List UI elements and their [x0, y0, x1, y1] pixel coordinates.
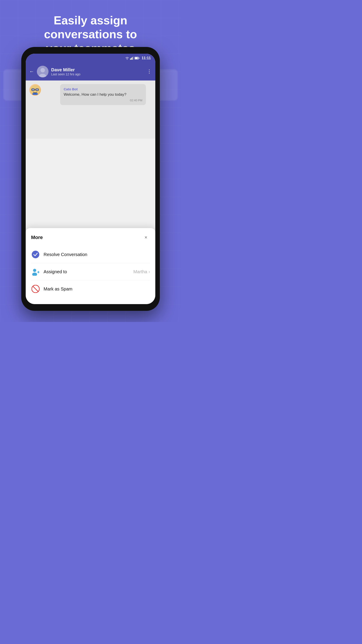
sheet-title: More [31, 234, 43, 240]
assigned-to-name: Martha [133, 269, 147, 274]
status-time: 11:11 [142, 56, 151, 60]
battery-icon [134, 57, 139, 60]
svg-point-17 [33, 90, 33, 90]
chat-bubble-wrapper: Cato Bot Welcome, How can I help you tod… [29, 84, 152, 105]
bot-message-text: Welcome, How can I help you today? [64, 92, 142, 97]
svg-point-9 [40, 68, 45, 72]
status-bar: 11:11 [26, 54, 155, 62]
svg-rect-19 [32, 93, 38, 95]
bot-avatar-svg [30, 85, 40, 95]
phone-mockup: 11:11 ← Dave Miller L [21, 47, 160, 311]
hero-title-line2: conversations to [44, 28, 137, 41]
spam-label: Mark as Spam [43, 286, 150, 292]
svg-point-0 [127, 59, 128, 60]
hero-title-line1: Easily assign [54, 14, 127, 27]
svg-rect-3 [132, 57, 132, 60]
chevron-right-icon: › [149, 270, 150, 274]
message-time: 02:40 PM [64, 98, 142, 102]
assigned-to-value: Martha › [133, 269, 150, 274]
svg-rect-6 [135, 58, 138, 59]
svg-point-18 [37, 90, 37, 90]
mark-as-spam-item[interactable]: Mark as Spam [31, 280, 150, 298]
chat-header: ← Dave Miller Last seen 12 hrs ago ⋮ [26, 62, 155, 80]
spam-icon-svg [31, 285, 39, 293]
phone-screen: 11:11 ← Dave Miller L [26, 54, 155, 304]
chat-area: Cato Bot Welcome, How can I help you tod… [26, 80, 155, 139]
phone-outer: 11:11 ← Dave Miller L [21, 47, 160, 311]
background: Easily assign conversations to your team… [0, 0, 181, 322]
back-button[interactable]: ← [29, 69, 34, 74]
resolve-conversation-item[interactable]: Resolve Conversation [31, 246, 150, 263]
svg-rect-2 [131, 58, 132, 60]
bot-avatar [29, 84, 41, 96]
contact-name: Dave Miller [51, 67, 144, 72]
contact-status: Last seen 12 hrs ago [51, 72, 144, 76]
svg-rect-1 [130, 58, 131, 60]
spam-icon [31, 284, 40, 294]
wifi-icon [125, 56, 129, 60]
svg-line-24 [33, 286, 38, 291]
avatar-svg [37, 66, 48, 77]
contact-info: Dave Miller Last seen 12 hrs ago [51, 67, 144, 76]
assigned-to-item[interactable]: Assigned to Martha › [31, 263, 150, 280]
resolve-label: Resolve Conversation [43, 252, 150, 257]
contact-avatar [37, 66, 48, 77]
assign-icon-svg [31, 268, 39, 276]
more-button[interactable]: ⋮ [147, 69, 152, 74]
status-icons [125, 56, 139, 60]
svg-point-20 [32, 251, 39, 258]
svg-point-21 [33, 269, 36, 272]
svg-rect-4 [133, 56, 133, 60]
svg-rect-7 [139, 58, 139, 59]
sheet-header: More × [31, 234, 150, 242]
resolve-icon-svg [31, 250, 39, 258]
bot-name: Cato Bot [64, 87, 142, 91]
assigned-to-label: Assigned to [43, 269, 130, 274]
assign-icon [31, 267, 40, 276]
close-button[interactable]: × [142, 234, 150, 242]
chat-message: Cato Bot Welcome, How can I help you tod… [60, 84, 146, 105]
svg-point-22 [32, 272, 37, 276]
bottom-sheet: More × Resolve Conversation [26, 228, 155, 304]
resolve-icon [31, 250, 40, 259]
signal-icon [130, 56, 134, 60]
